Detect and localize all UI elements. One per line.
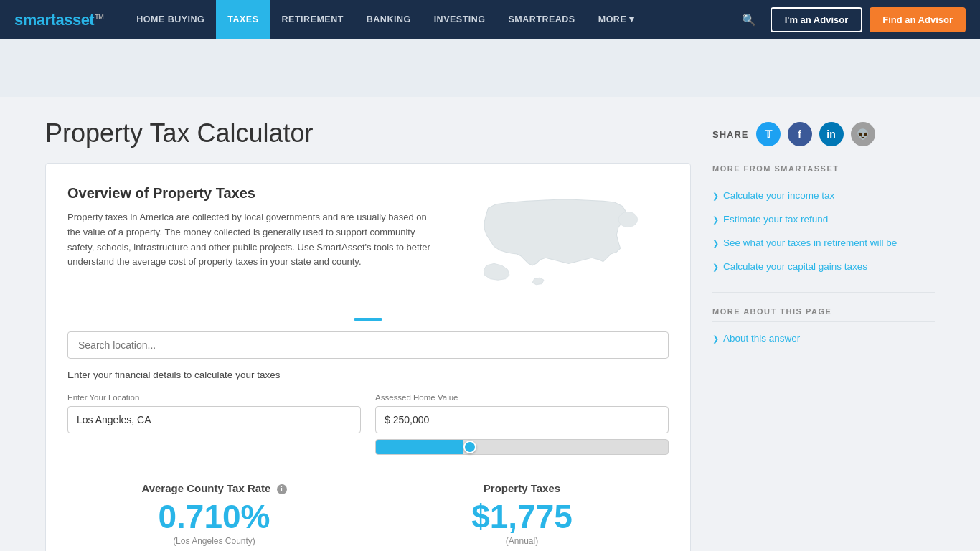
find-advisor-button[interactable]: Find an Advisor xyxy=(870,7,966,32)
slider-container xyxy=(375,439,669,457)
share-label: SHARE xyxy=(712,129,749,140)
sidebar-link-tax-refund[interactable]: ❯ Estimate your tax refund xyxy=(712,213,935,227)
search-icon[interactable]: 🔍 xyxy=(735,13,763,27)
sidebar-link-retirement-taxes[interactable]: ❯ See what your taxes in retirement will… xyxy=(712,237,935,250)
nav-item-smartreads[interactable]: SMARTREADS xyxy=(497,0,587,39)
share-section: SHARE 𝕋 f in 👽 xyxy=(712,118,935,146)
chevron-icon: ❯ xyxy=(712,215,719,225)
chevron-icon: ❯ xyxy=(712,334,719,344)
sidebar-link-capital-gains[interactable]: ❯ Calculate your capital gains taxes xyxy=(712,260,935,274)
us-map-icon xyxy=(457,185,665,300)
tax-rate-sub: (Los Angeles County) xyxy=(67,536,361,546)
left-content: Property Tax Calculator Overview of Prop… xyxy=(45,118,691,551)
page-title: Property Tax Calculator xyxy=(45,118,691,149)
banner-area xyxy=(0,39,980,97)
more-section-title: MORE FROM SMARTASSET xyxy=(712,164,935,179)
location-input[interactable] xyxy=(67,406,361,433)
chevron-icon: ❯ xyxy=(712,238,719,249)
property-taxes-label: Property Taxes xyxy=(375,482,669,494)
sidebar-link-about-answer[interactable]: ❯ About this answer xyxy=(712,332,935,346)
navbar: smartassetTM HOME BUYING TAXES RETIREMEN… xyxy=(0,0,980,39)
facebook-share-button[interactable]: f xyxy=(788,122,812,146)
home-value-label: Assessed Home Value xyxy=(375,393,669,402)
nav-links: HOME BUYING TAXES RETIREMENT BANKING INV… xyxy=(125,0,734,39)
linkedin-share-button[interactable]: in xyxy=(819,122,844,146)
form-row: Enter Your Location Assessed Home Value xyxy=(67,393,669,457)
financial-prompt: Enter your financial details to calculat… xyxy=(67,369,669,380)
results-row: Average County Tax Rate i 0.710% (Los An… xyxy=(67,471,669,546)
chevron-icon: ❯ xyxy=(712,191,719,202)
nav-item-banking[interactable]: BANKING xyxy=(355,0,423,39)
nav-item-more[interactable]: MORE ▾ xyxy=(587,0,646,39)
im-advisor-button[interactable]: I'm an Advisor xyxy=(771,7,863,32)
svg-point-0 xyxy=(618,212,638,227)
info-icon[interactable]: i xyxy=(277,484,287,494)
overview-body: Property taxes in America are collected … xyxy=(67,210,439,270)
tax-rate-block: Average County Tax Rate i 0.710% (Los An… xyxy=(67,482,361,546)
sidebar-divider xyxy=(712,292,935,293)
nav-item-taxes[interactable]: TAXES xyxy=(216,0,270,39)
logo[interactable]: smartassetTM xyxy=(14,11,103,29)
nav-buttons: I'm an Advisor Find an Advisor xyxy=(771,7,966,32)
overview-section: Overview of Property Taxes Property taxe… xyxy=(67,185,669,300)
location-group: Enter Your Location xyxy=(67,393,361,457)
twitter-share-button[interactable]: 𝕋 xyxy=(756,122,781,146)
right-sidebar: SHARE 𝕋 f in 👽 MORE FROM SMARTASSET ❯ Ca… xyxy=(712,118,935,551)
about-section: MORE ABOUT THIS PAGE ❯ About this answer xyxy=(712,307,935,346)
progress-indicator xyxy=(354,318,382,321)
sidebar-link-income-tax[interactable]: ❯ Calculate your income tax xyxy=(712,189,935,203)
progress-area xyxy=(67,318,669,321)
property-taxes-block: Property Taxes $1,775 (Annual) xyxy=(375,482,669,546)
chevron-icon: ❯ xyxy=(712,262,719,273)
nav-item-homebuying[interactable]: HOME BUYING xyxy=(125,0,216,39)
us-map-container xyxy=(453,185,669,300)
reddit-share-button[interactable]: 👽 xyxy=(851,122,875,146)
tax-rate-label: Average County Tax Rate i xyxy=(67,482,361,494)
more-from-smartasset-section: MORE FROM SMARTASSET ❯ Calculate your in… xyxy=(712,164,935,274)
nav-item-investing[interactable]: INVESTING xyxy=(423,0,497,39)
property-taxes-value: $1,775 xyxy=(375,500,669,533)
overview-text: Overview of Property Taxes Property taxe… xyxy=(67,185,439,300)
nav-item-retirement[interactable]: RETIREMENT xyxy=(270,0,355,39)
home-value-slider[interactable] xyxy=(375,439,669,455)
overview-title: Overview of Property Taxes xyxy=(67,185,439,202)
tax-rate-value: 0.710% xyxy=(67,500,361,533)
home-value-group: Assessed Home Value xyxy=(375,393,669,457)
calculator-box: Overview of Property Taxes Property taxe… xyxy=(45,163,691,551)
main-content: Property Tax Calculator Overview of Prop… xyxy=(17,97,963,551)
location-label: Enter Your Location xyxy=(67,393,361,402)
location-search-input[interactable] xyxy=(67,331,669,359)
home-value-input[interactable] xyxy=(375,406,669,433)
logo-text: smartassetTM xyxy=(14,11,103,29)
property-taxes-sub: (Annual) xyxy=(375,536,669,546)
about-section-title: MORE ABOUT THIS PAGE xyxy=(712,307,935,322)
